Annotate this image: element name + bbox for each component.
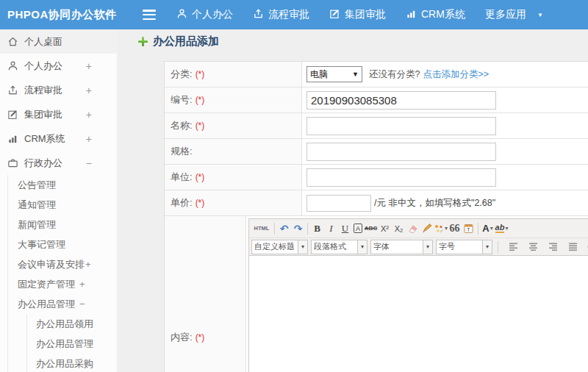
sidebar-item-label: 固定资产管理 <box>18 278 75 291</box>
app-logo: PHPOA协同办公软件 <box>7 0 117 29</box>
add-category-link[interactable]: 点击添加分类>> <box>423 68 489 81</box>
caret-down-icon: ▾ <box>357 240 367 254</box>
strikethrough-button[interactable]: ABC <box>364 221 378 236</box>
underline-button[interactable]: U <box>338 221 352 236</box>
editor-content-area[interactable] <box>249 256 588 372</box>
expand-toggle[interactable]: + <box>86 109 92 121</box>
collapse-toggle[interactable]: − <box>86 157 92 169</box>
blockquote-button[interactable]: 66 <box>448 221 462 236</box>
auto-typeset-button[interactable]: ▾ <box>434 221 448 236</box>
nav-label: 个人办公 <box>192 8 233 21</box>
approval-flow-icon <box>253 8 264 21</box>
font-color-button[interactable]: A ▾ <box>481 221 495 236</box>
briefcase-icon <box>7 157 18 169</box>
align-justify-button[interactable] <box>566 240 580 254</box>
nav-label: CRM系统 <box>421 8 465 21</box>
custom-heading-select[interactable]: 自定义标题 ▾ <box>251 240 308 254</box>
spec-input[interactable] <box>306 143 496 161</box>
toolbar-separator <box>274 223 275 235</box>
collapse-toggle[interactable]: − <box>79 298 85 310</box>
sidebar-item-label: 新闻管理 <box>18 218 56 232</box>
sidebar-item-label: 办公用品管理 <box>18 298 75 311</box>
remove-format-button[interactable] <box>406 221 420 236</box>
price-input[interactable] <box>306 195 371 212</box>
category-select[interactable]: 电脑 ▼ <box>306 66 362 82</box>
align-center-button[interactable] <box>526 240 540 254</box>
font-size-select[interactable]: 字号 ▾ <box>436 240 492 254</box>
sparkle-icon <box>434 223 444 234</box>
required-mark: (*) <box>196 95 205 105</box>
paste-text-button[interactable]: T <box>462 221 476 236</box>
rich-text-editor: HTML ↶ ↷ B I U A ABC X² X₂ <box>248 218 588 372</box>
required-mark: (*) <box>196 69 205 79</box>
sidebar-item-memorabilia-mgmt[interactable]: 大事记管理 <box>18 235 117 254</box>
sidebar-item-label: 行政办公 <box>24 157 62 170</box>
toolbar-separator <box>478 223 478 235</box>
form-row-spec: 规格: <box>165 139 588 165</box>
sidebar-item-fixed-assets-mgmt[interactable]: 固定资产管理+ <box>18 274 117 294</box>
highlight-color-button[interactable]: ab ▾ <box>495 221 509 236</box>
sidebar-item-crm-system[interactable]: CRM系统 + <box>0 126 117 151</box>
sidebar-item-process-approval[interactable]: 流程审批 + <box>0 78 117 102</box>
toolbar-separator <box>498 241 498 253</box>
form-row-price: 单价:(*) /元 非中文，如填写格式"2.68" <box>165 190 588 216</box>
office-supplies-submenu: 办公用品领用 办公用品管理 办公用品采购 <box>26 314 117 372</box>
align-right-button[interactable] <box>546 240 560 254</box>
align-left-button[interactable] <box>506 240 520 254</box>
expand-toggle[interactable]: + <box>86 133 92 145</box>
sidebar-item-supplies-requisition[interactable]: 办公用品领用 <box>36 314 117 334</box>
redo-button[interactable]: ↷ <box>291 221 305 236</box>
undo-button[interactable]: ↶ <box>277 221 291 236</box>
form-row-name: 名称:(*) <box>165 113 588 139</box>
approval-flow-icon <box>7 85 18 96</box>
superscript-button[interactable]: X² <box>378 221 392 236</box>
sidebar-item-supplies-purchase[interactable]: 办公用品采购 <box>36 354 117 372</box>
subscript-button[interactable]: X₂ <box>392 221 406 236</box>
sidebar-item-personal-desktop[interactable]: 个人桌面 <box>0 29 117 54</box>
source-code-button[interactable]: HTML <box>251 221 272 236</box>
bar-chart-icon <box>406 8 417 21</box>
required-mark: (*) <box>196 198 205 208</box>
sidebar-item-news-mgmt[interactable]: 新闻管理 <box>18 215 117 235</box>
nav-more-apps[interactable]: 更多应用 ▼ <box>485 8 543 21</box>
expand-toggle[interactable]: + <box>86 60 92 72</box>
font-family-select[interactable]: 字体 ▾ <box>370 240 433 254</box>
expand-toggle[interactable]: + <box>85 259 91 270</box>
sidebar-item-group-approval[interactable]: 集团审批 + <box>0 102 117 126</box>
menu-hamburger-icon[interactable] <box>143 10 156 20</box>
unit-input[interactable] <box>306 168 496 187</box>
name-input[interactable] <box>306 117 496 135</box>
form-row-unit: 单位:(*) <box>165 165 588 190</box>
sidebar-item-supplies-management[interactable]: 办公用品管理 <box>36 334 117 354</box>
home-icon <box>7 36 18 48</box>
sidebar-item-office-supplies-mgmt[interactable]: 办公用品管理− <box>18 294 117 314</box>
caret-down-icon: ▾ <box>482 240 492 254</box>
nav-personal-office[interactable]: 个人办公 <box>176 8 233 21</box>
field-label: 分类:(*) <box>165 62 302 87</box>
sidebar-item-announcement-mgmt[interactable]: 公告管理 <box>18 175 117 195</box>
user-icon <box>176 8 187 21</box>
nav-group-approval[interactable]: 集团审批 <box>329 8 386 21</box>
nav-crm-system[interactable]: CRM系统 <box>406 8 465 21</box>
sidebar-item-notice-mgmt[interactable]: 通知管理 <box>18 195 117 215</box>
italic-button[interactable]: I <box>324 221 338 236</box>
caret-down-icon: ▼ <box>537 12 543 18</box>
align-left-icon <box>508 241 519 252</box>
sidebar-item-personal-office[interactable]: 个人办公 + <box>0 54 117 78</box>
font-box-button[interactable]: A <box>354 223 362 233</box>
expand-toggle[interactable]: + <box>79 279 85 290</box>
code-input[interactable] <box>306 91 496 110</box>
sidebar-item-admin-office[interactable]: 行政办公 − <box>0 151 117 175</box>
paragraph-format-select[interactable]: 段落格式 ▾ <box>311 240 368 254</box>
supplies-add-form: 分类:(*) 电脑 ▼ 还没有分类? 点击添加分类>> 编号:(*) 名称:(*… <box>164 61 588 372</box>
caret-down-icon: ▾ <box>505 225 508 232</box>
paint-brush-button[interactable] <box>420 221 434 236</box>
sidebar-item-label: 集团审批 <box>24 108 62 121</box>
nav-label: 流程审批 <box>268 8 309 21</box>
nav-process-approval[interactable]: 流程审批 <box>253 8 309 21</box>
expand-toggle[interactable]: + <box>86 85 92 96</box>
add-plus-icon <box>138 37 148 46</box>
bold-button[interactable]: B <box>310 221 324 236</box>
sidebar-item-meeting-request[interactable]: 会议申请及安排+ <box>18 254 117 274</box>
form-row-content: 内容:(*) HTML ↶ ↷ B I U A ABC X² <box>165 216 588 372</box>
